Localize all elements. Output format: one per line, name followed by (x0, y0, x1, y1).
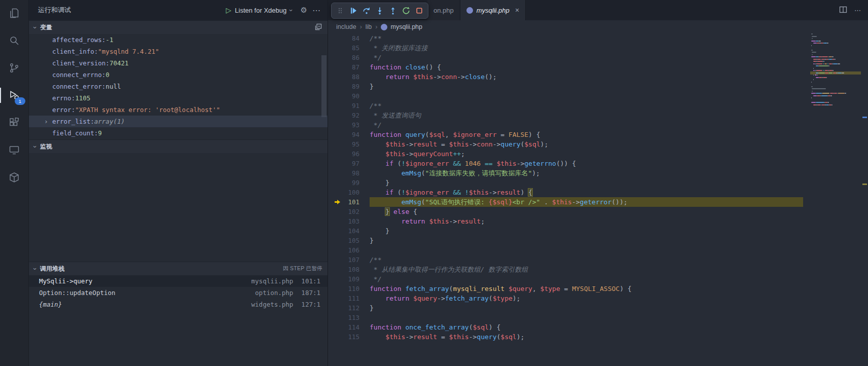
sidebar-title: 运行和调试 (38, 6, 71, 15)
stack-frame[interactable]: Option::updateOptionoption.php187:1 (29, 287, 328, 299)
variable-row[interactable]: affected_rows: -1 (29, 34, 328, 46)
variable-row[interactable]: connect_error: null (29, 81, 328, 92)
twistie-expanded-icon: › (31, 143, 39, 150)
code-line[interactable]: 90 (328, 91, 803, 101)
variable-row[interactable]: connect_errno: 0 (29, 69, 328, 81)
tab-bar: on.php mysqlii.php × ⋯ (328, 0, 868, 20)
variable-row[interactable]: ›error_list: array(1) (29, 116, 328, 127)
code-line[interactable]: 104 } (328, 226, 803, 236)
breadcrumb-item[interactable]: include (336, 23, 356, 30)
code-line[interactable]: 88 return $this->conn->close(); (328, 72, 803, 82)
code-line[interactable]: 98 emMsg("连接数据库失败，请填写数据库名"); (328, 168, 803, 178)
debug-config-label: Listen for Xdebug (235, 7, 286, 14)
watch-section-label: 监视 (40, 142, 52, 151)
tab-label: on.php (433, 7, 454, 14)
split-editor-icon[interactable] (839, 6, 847, 15)
collapse-all-icon[interactable] (314, 23, 322, 32)
variable-row[interactable]: error: "XPATH syntax error: 'root@localh… (29, 104, 328, 116)
code-line[interactable]: 101 emMsg("SQL语句执行错误: {$sql}<br />" . $t… (328, 197, 803, 207)
step-over-button[interactable] (360, 4, 373, 17)
package-icon[interactable] (2, 167, 26, 188)
code-line[interactable]: 109 */ (328, 274, 803, 284)
variables-section-header[interactable]: › 变量 (29, 20, 328, 34)
debug-config-dropdown[interactable]: ▷ Listen for Xdebug › (226, 6, 293, 14)
step-out-button[interactable] (386, 4, 400, 17)
debug-toolbar (331, 3, 428, 19)
code-line[interactable]: 110function fetch_array(mysqli_result $q… (328, 284, 803, 294)
tab-mysqlii-php[interactable]: mysqlii.php × (460, 0, 526, 20)
gear-icon[interactable]: ⚙ (301, 6, 307, 15)
code-line[interactable]: 94function query($sql, $ignore_err = FAL… (328, 130, 803, 139)
breadcrumb-separator: › (360, 23, 362, 30)
code-line[interactable]: 113 (328, 313, 803, 322)
code-line[interactable]: 106 (328, 245, 803, 255)
code-line[interactable]: 87function close() { (328, 62, 803, 72)
variables-list: affected_rows: -1client_info: "mysqlnd 7… (29, 34, 328, 139)
ruler-marker (862, 184, 867, 185)
search-icon[interactable] (2, 30, 26, 51)
code-line[interactable]: 91/** (328, 101, 803, 111)
callstack-list: MySqlii->querymysqlii.php101:1Option::up… (29, 275, 328, 366)
code-line[interactable]: 85 * 关闭数据库连接 (328, 43, 803, 53)
stack-frame[interactable]: {main}widgets.php127:1 (29, 299, 328, 310)
minimap[interactable] (811, 33, 860, 106)
twistie-expanded-icon: › (31, 266, 39, 272)
vscode-window: 1 运行和调试 ▷ Listen for Xdebug › ⚙ ⋯ › 变量 (0, 0, 868, 366)
code-area: 84/**85 * 关闭数据库连接86 */87function close()… (328, 33, 803, 342)
tabs: on.php mysqlii.php × (427, 0, 526, 20)
more-actions-icon[interactable]: ⋯ (854, 7, 861, 14)
code-line[interactable]: 114function once_fetch_array($sql) { (328, 322, 803, 332)
code-line[interactable]: 96 $this->queryCount++; (328, 149, 803, 159)
stack-frame[interactable]: MySqlii->querymysqlii.php101:1 (29, 275, 328, 287)
tab-option-php[interactable]: on.php (427, 0, 460, 20)
extensions-icon[interactable] (2, 113, 26, 133)
continue-button[interactable] (347, 4, 360, 17)
close-icon[interactable]: × (515, 6, 519, 14)
overview-ruler[interactable] (861, 20, 868, 366)
code-line[interactable]: 86 */ (328, 53, 803, 62)
code-line[interactable]: 99 } (328, 178, 803, 188)
code-line[interactable]: 97 if (!$ignore_err && 1046 == $this->ge… (328, 159, 803, 168)
paused-status-badge: 因 STEP 已暂停 (283, 265, 322, 272)
source-control-icon[interactable] (2, 58, 26, 78)
callstack-section-header[interactable]: › 调用堆栈 因 STEP 已暂停 (29, 262, 328, 275)
breadcrumb-item-file[interactable]: mysqlii.php (381, 23, 422, 30)
code-line[interactable]: 95 $this->result = $this->conn->query($s… (328, 139, 803, 149)
sidebar-header: 运行和调试 ▷ Listen for Xdebug › ⚙ ⋯ (29, 0, 328, 20)
callstack-section-label: 调用堆栈 (40, 265, 64, 273)
code-line[interactable]: 84/** (328, 33, 803, 43)
stop-button[interactable] (413, 4, 426, 17)
code-line[interactable]: 92 * 发送查询语句 (328, 111, 803, 120)
drag-handle-icon[interactable] (334, 4, 347, 17)
variable-row[interactable]: field_count: 9 (29, 127, 328, 139)
code-line[interactable]: 111 return $query->fetch_array($type); (328, 294, 803, 303)
code-line[interactable]: 115 $this->result = $this->query($sql); (328, 332, 803, 342)
variable-row[interactable]: errno: 1105 (29, 92, 328, 104)
start-debugging-icon[interactable]: ▷ (226, 6, 232, 14)
variable-row[interactable]: client_version: 70421 (29, 57, 328, 69)
more-actions-icon[interactable]: ⋯ (312, 6, 320, 15)
breadcrumb-item[interactable]: lib (366, 23, 372, 30)
code-line[interactable]: 112} (328, 303, 803, 313)
breadcrumb-separator: › (375, 23, 377, 30)
explorer-icon[interactable] (2, 3, 26, 23)
code-line[interactable]: 100 if (!$ignore_err && !$this->result) … (328, 188, 803, 197)
watch-section-header[interactable]: › 监视 (29, 139, 328, 153)
debug-count-badge: 1 (15, 97, 25, 105)
step-into-button[interactable] (373, 4, 386, 17)
php-file-icon (466, 7, 473, 14)
run-and-debug-icon[interactable]: 1 (2, 85, 26, 105)
code-line[interactable]: 89} (328, 82, 803, 91)
remote-explorer-icon[interactable] (2, 140, 26, 160)
code-line[interactable]: 102 } else { (328, 207, 803, 216)
code-line[interactable]: 108 * 从结果集中取得一行作为关联数组/ 数字索引数组 (328, 265, 803, 274)
code-line[interactable]: 105} (328, 236, 803, 245)
restart-button[interactable] (400, 4, 413, 17)
debug-sidebar: 运行和调试 ▷ Listen for Xdebug › ⚙ ⋯ › 变量 aff… (29, 0, 328, 366)
code-line[interactable]: 103 return $this->result; (328, 216, 803, 226)
variables-section-label: 变量 (40, 23, 52, 32)
code-line[interactable]: 93 */ (328, 120, 803, 130)
variables-scrollbar[interactable] (321, 55, 327, 117)
code-line[interactable]: 107/** (328, 255, 803, 265)
variable-row[interactable]: client_info: "mysqlnd 7.4.21" (29, 46, 328, 57)
